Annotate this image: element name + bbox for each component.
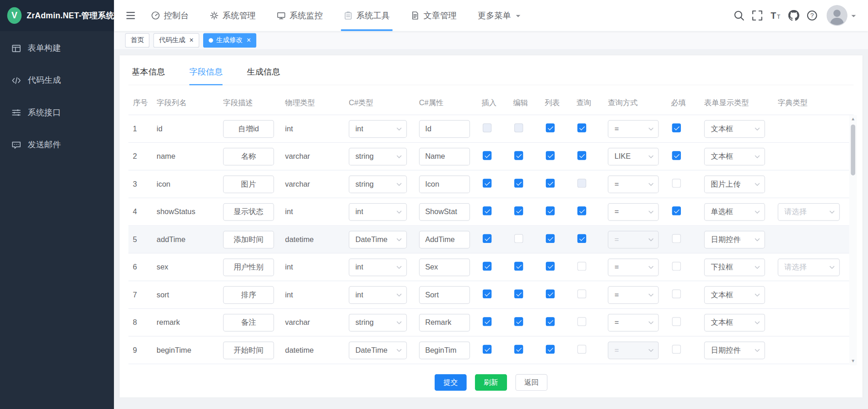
checkbox-checked[interactable] — [546, 262, 555, 270]
hamburger-icon[interactable] — [125, 10, 136, 21]
checkbox-checked[interactable] — [514, 345, 523, 354]
display-type-select[interactable]: 文本框 — [704, 286, 765, 304]
nav-item-article-manage[interactable]: 文章管理 — [400, 0, 467, 31]
checkbox-checked[interactable] — [546, 124, 555, 132]
cs-type-select[interactable]: int — [349, 203, 407, 221]
description-input[interactable] — [223, 120, 274, 138]
sidebar-item-send-mail[interactable]: 发送邮件 — [0, 129, 114, 161]
cs-property-input[interactable] — [419, 341, 470, 359]
description-input[interactable] — [223, 203, 274, 221]
checkbox-checked[interactable] — [483, 151, 491, 160]
display-type-select[interactable]: 文本框 — [704, 120, 765, 138]
checkbox-checked[interactable] — [546, 206, 555, 215]
checkbox-checked[interactable] — [546, 317, 555, 326]
display-type-select[interactable]: 日期控件 — [704, 341, 765, 359]
checkbox-checked[interactable] — [514, 151, 523, 160]
sidebar-item-system-api[interactable]: 系统接口 — [0, 97, 114, 129]
query-way-select[interactable]: = — [608, 120, 658, 138]
checkbox-unchecked[interactable] — [672, 234, 681, 243]
checkbox-checked[interactable] — [483, 262, 491, 270]
checkbox-unchecked[interactable] — [514, 234, 523, 243]
scroll-thumb[interactable] — [851, 124, 855, 175]
checkbox-checked[interactable] — [483, 206, 491, 215]
font-size-icon[interactable]: TT — [770, 10, 781, 21]
nav-item-console[interactable]: 控制台 — [140, 0, 199, 31]
display-type-select[interactable]: 图片上传 — [704, 175, 765, 193]
query-way-select[interactable]: = — [608, 203, 658, 221]
checkbox-checked[interactable] — [577, 124, 586, 132]
cs-type-select[interactable]: string — [349, 147, 407, 165]
tab-generate-info[interactable]: 生成信息 — [247, 61, 280, 85]
sidebar-item-code-gen[interactable]: 代码生成 — [0, 64, 114, 96]
cs-property-input[interactable] — [419, 231, 470, 248]
checkbox-checked[interactable] — [672, 151, 681, 160]
cs-type-select[interactable]: int — [349, 120, 407, 138]
scroll-up-icon[interactable]: ▲ — [851, 115, 856, 123]
checkbox-checked[interactable] — [514, 317, 523, 326]
table-scrollbar[interactable]: ▲ ▼ — [849, 115, 857, 366]
checkbox-checked[interactable] — [483, 179, 491, 188]
cs-property-input[interactable] — [419, 175, 470, 193]
checkbox-checked[interactable] — [546, 151, 555, 160]
description-input[interactable] — [223, 147, 274, 165]
nav-item-system-monitor[interactable]: 系统监控 — [266, 0, 333, 31]
back-button[interactable]: 返回 — [515, 374, 547, 391]
checkbox-unchecked[interactable] — [577, 262, 586, 270]
checkbox-checked[interactable] — [483, 234, 491, 243]
close-icon[interactable]: × — [189, 37, 194, 44]
query-way-select[interactable]: = — [608, 258, 658, 276]
checkbox-checked[interactable] — [577, 151, 586, 160]
checkbox-unchecked[interactable] — [577, 317, 586, 326]
checkbox-checked[interactable] — [514, 262, 523, 270]
checkbox-unchecked[interactable] — [672, 345, 681, 354]
checkbox-checked[interactable] — [546, 290, 555, 298]
cs-type-select[interactable]: string — [349, 175, 407, 193]
tab-basic-info[interactable]: 基本信息 — [132, 61, 165, 85]
query-way-select[interactable]: = — [608, 313, 658, 331]
github-icon[interactable] — [788, 10, 799, 21]
nav-item-system-tools[interactable]: 系统工具 — [333, 0, 400, 31]
nav-item-system-manage[interactable]: 系统管理 — [199, 0, 266, 31]
cs-type-select[interactable]: string — [349, 313, 407, 331]
cs-type-select[interactable]: DateTime — [349, 341, 407, 359]
cs-property-input[interactable] — [419, 203, 470, 221]
tag-generate-edit[interactable]: 生成修改× — [203, 33, 257, 47]
query-way-select[interactable]: LIKE — [608, 147, 658, 165]
submit-button[interactable]: 提交 — [435, 374, 467, 391]
cs-property-input[interactable] — [419, 313, 470, 331]
checkbox-checked[interactable] — [577, 234, 586, 243]
search-icon[interactable] — [733, 10, 744, 21]
query-way-select[interactable]: = — [608, 175, 658, 193]
checkbox-checked[interactable] — [546, 234, 555, 243]
description-input[interactable] — [223, 286, 274, 304]
display-type-select[interactable]: 日期控件 — [704, 231, 765, 248]
tag-home[interactable]: 首页 — [125, 33, 149, 47]
display-type-select[interactable]: 文本框 — [704, 147, 765, 165]
dict-type-select[interactable]: 请选择 — [778, 203, 840, 221]
tag-code-generation[interactable]: 代码生成× — [153, 33, 199, 47]
cs-type-select[interactable]: int — [349, 286, 407, 304]
cs-property-input[interactable] — [419, 120, 470, 138]
checkbox-unchecked[interactable] — [577, 345, 586, 354]
checkbox-checked[interactable] — [514, 206, 523, 215]
checkbox-checked[interactable] — [546, 179, 555, 188]
refresh-button[interactable]: 刷新 — [475, 374, 507, 391]
checkbox-unchecked[interactable] — [672, 179, 681, 188]
cs-property-input[interactable] — [419, 258, 470, 276]
query-way-select[interactable]: = — [608, 286, 658, 304]
display-type-select[interactable]: 单选框 — [704, 203, 765, 221]
checkbox-checked[interactable] — [483, 290, 491, 298]
dict-type-select[interactable]: 请选择 — [778, 258, 840, 276]
close-icon[interactable]: × — [247, 37, 251, 44]
tab-field-info[interactable]: 字段信息 — [189, 61, 223, 85]
checkbox-checked[interactable] — [483, 317, 491, 326]
cs-type-select[interactable]: int — [349, 258, 407, 276]
checkbox-unchecked[interactable] — [672, 290, 681, 298]
help-icon[interactable]: ? — [807, 10, 818, 21]
display-type-select[interactable]: 下拉框 — [704, 258, 765, 276]
checkbox-checked[interactable] — [546, 345, 555, 354]
checkbox-checked[interactable] — [672, 124, 681, 132]
sidebar-item-form-build[interactable]: 表单构建 — [0, 32, 114, 64]
checkbox-unchecked[interactable] — [672, 317, 681, 326]
checkbox-unchecked[interactable] — [672, 262, 681, 270]
